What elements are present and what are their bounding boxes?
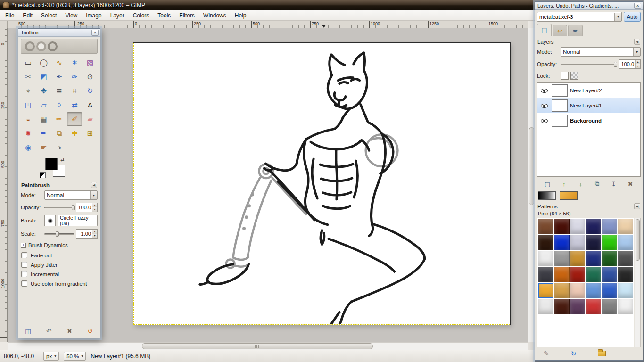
pattern-swatch[interactable] (586, 219, 601, 234)
pattern-swatch[interactable] (586, 267, 601, 282)
open-pattern-folder-icon[interactable] (598, 351, 606, 356)
auto-button[interactable]: Auto (624, 12, 641, 22)
pattern-swatch[interactable] (602, 251, 617, 266)
brush-select-button[interactable]: Circle Fuzzy (09) (58, 215, 98, 226)
ink-tool[interactable]: ✒ (36, 126, 51, 140)
color-picker-tool[interactable]: ✑ (67, 70, 82, 83)
pattern-swatch[interactable] (538, 283, 553, 298)
use-color-from-gradient-checkbox[interactable] (21, 280, 27, 287)
layer-row[interactable]: New Layer#2 (537, 83, 640, 98)
blur-sharpen-tool[interactable]: ◉ (21, 140, 36, 154)
pattern-swatch[interactable] (618, 235, 633, 250)
pattern-swatch[interactable] (618, 267, 633, 282)
layer-row[interactable]: Background (537, 113, 640, 128)
collapse-icon[interactable]: ◀ (634, 39, 640, 45)
airbrush-tool[interactable]: ✺ (21, 126, 36, 140)
opacity-slider-handle[interactable] (72, 205, 75, 210)
smudge-tool[interactable]: ☛ (36, 140, 51, 154)
pattern-swatch[interactable] (602, 235, 617, 250)
close-icon[interactable]: ✕ (91, 30, 99, 36)
zoom-tool[interactable]: ⊙ (83, 70, 98, 83)
pattern-swatch[interactable] (538, 267, 553, 282)
layer-mode-select[interactable]: Normal ▾ (561, 47, 641, 57)
anchor-layer-button[interactable]: ↧ (608, 179, 620, 189)
pattern-swatch[interactable] (538, 219, 553, 234)
pattern-swatch[interactable] (586, 251, 601, 266)
swap-colors-icon[interactable]: ⇄ (60, 157, 64, 162)
pattern-swatch[interactable] (538, 251, 553, 266)
measure-tool[interactable]: ⌖ (21, 84, 36, 98)
rotate-tool[interactable]: ↻ (83, 84, 98, 98)
refresh-patterns-button[interactable]: ↻ (571, 350, 577, 357)
move-tool[interactable]: ✥ (36, 84, 51, 98)
restore-tool-options-button[interactable]: ↶ (43, 327, 55, 336)
spin-down-icon[interactable]: ▾ (92, 234, 97, 238)
spin-up-icon[interactable]: ▴ (92, 230, 97, 234)
foreground-select-tool[interactable]: ◩ (36, 70, 51, 83)
spin-up-icon[interactable]: ▴ (636, 60, 640, 64)
pattern-swatch[interactable] (618, 283, 633, 298)
pattern-swatch[interactable] (586, 283, 601, 298)
pattern-swatch[interactable] (602, 299, 617, 314)
scale-slider[interactable] (44, 231, 74, 237)
pattern-swatch[interactable] (602, 219, 617, 234)
menu-layer[interactable]: Layer (106, 11, 129, 20)
reset-tool-options-button[interactable]: ↺ (85, 327, 96, 336)
pattern-swatch[interactable] (538, 299, 553, 314)
rectangle-select-tool[interactable]: ▭ (21, 56, 36, 69)
duplicate-layer-button[interactable]: ⧉ (591, 179, 603, 189)
layer-opacity-slider[interactable] (561, 61, 617, 67)
menu-windows[interactable]: Windows (199, 11, 231, 20)
pattern-swatch[interactable] (570, 219, 586, 234)
blend-tool[interactable]: ▦ (36, 112, 51, 126)
pattern-swatch[interactable] (554, 299, 570, 314)
image-select[interactable]: metalcat.xcf-3 ▾ (537, 12, 622, 22)
visibility-cell[interactable] (539, 104, 549, 108)
close-icon[interactable]: ✕ (634, 3, 641, 9)
heal-tool[interactable]: ✚ (67, 126, 82, 140)
menu-view[interactable]: View (61, 11, 82, 20)
pattern-swatch[interactable] (554, 219, 570, 234)
toolbox-title-bar[interactable]: Toolbox ✕ (18, 29, 100, 37)
patterns-scrollbar-thumb[interactable] (636, 219, 640, 261)
opacity-slider[interactable] (44, 205, 74, 211)
pattern-swatch[interactable] (554, 251, 570, 266)
edit-pattern-button[interactable]: ✎ (544, 350, 549, 357)
bucket-fill-tool[interactable]: ◒ (21, 112, 36, 126)
unit-dropdown[interactable]: px ▾ (43, 352, 59, 361)
pattern-swatch[interactable] (538, 235, 553, 250)
pattern-swatch[interactable] (570, 299, 586, 314)
free-select-tool[interactable]: ∿ (52, 56, 67, 69)
foreground-color-swatch[interactable] (45, 158, 58, 170)
vertical-scrollbar[interactable] (528, 28, 535, 342)
scale-slider-handle[interactable] (56, 231, 59, 237)
text-tool[interactable]: A (83, 98, 98, 112)
ruler-corner[interactable] (0, 21, 8, 28)
patterns-scrollbar[interactable] (635, 218, 641, 347)
paint-mode-select[interactable]: Normal ▾ (44, 190, 98, 200)
menu-image[interactable]: Image (82, 11, 106, 20)
pattern-swatch[interactable] (618, 251, 633, 266)
delete-layer-button[interactable]: ✖ (624, 179, 636, 189)
layer-opacity-handle[interactable] (614, 62, 617, 67)
pattern-swatch[interactable] (570, 267, 586, 282)
paintbrush-tool[interactable]: ✐ (67, 112, 82, 126)
horizontal-scrollbar[interactable] (8, 342, 528, 350)
tab-layers[interactable]: ▤ (537, 24, 552, 36)
pattern-swatch[interactable] (602, 267, 617, 282)
incremental-checkbox[interactable] (21, 271, 27, 277)
save-tool-options-button[interactable]: ◫ (23, 327, 34, 336)
scale-tool[interactable]: ◰ (21, 98, 36, 112)
raise-layer-button[interactable]: ↑ (558, 179, 570, 189)
new-layer-button[interactable]: ▢ (541, 179, 553, 189)
layer-row[interactable]: New Layer#1 (537, 98, 640, 113)
flip-tool[interactable]: ⇄ (67, 98, 82, 112)
collapse-icon[interactable]: ◀ (634, 203, 640, 209)
lock-alpha-toggle[interactable] (570, 72, 578, 80)
spin-down-icon[interactable]: ▾ (92, 207, 97, 212)
tab-paths[interactable]: ✒ (568, 25, 583, 36)
spin-up-icon[interactable]: ▴ (92, 203, 97, 207)
menu-help[interactable]: Help (231, 11, 251, 20)
pattern-swatch[interactable] (554, 283, 570, 298)
scissors-select-tool[interactable]: ✂ (21, 70, 36, 83)
